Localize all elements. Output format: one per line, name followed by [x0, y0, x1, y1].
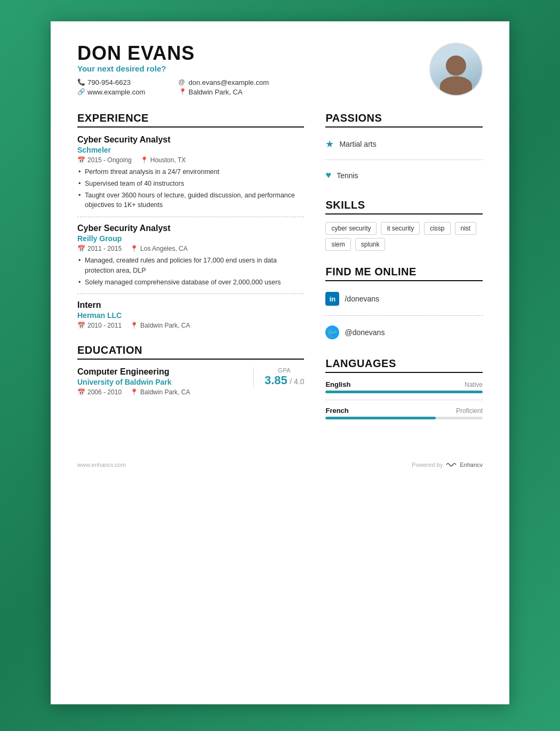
education-title: EDUCATION	[77, 344, 304, 356]
gpa-value-row: 3.85 / 4.0	[265, 374, 305, 387]
job-1: Cyber Security Analyst Schmeler 📅 2015 -…	[77, 135, 304, 210]
job-3: Intern Herman LLC 📅 2010 - 2011 📍 Baldwi…	[77, 300, 304, 329]
job-3-years: 📅 2010 - 2011	[77, 322, 122, 329]
edu-school: University of Baldwin Park	[77, 378, 190, 386]
powered-by-label: Powered by	[412, 462, 443, 468]
job-2: Cyber Security Analyst Reilly Group 📅 20…	[77, 224, 304, 287]
dashed-divider-2	[77, 293, 304, 294]
contact-phone: 📞 790-954-6623	[77, 78, 168, 86]
web-icon: 🔗	[77, 88, 85, 96]
main-content: EXPERIENCE Cyber Security Analyst Schmel…	[77, 112, 483, 434]
skill-tag: splunk	[355, 238, 386, 251]
dashed-divider-1	[77, 217, 304, 217]
skills-title: SKILLS	[325, 199, 483, 211]
enhancv-logo-icon	[445, 461, 457, 468]
location-icon: 📍	[179, 88, 186, 96]
candidate-name: DON EVANS	[77, 43, 269, 64]
pin-icon: 📍	[140, 156, 148, 164]
resume-page: DON EVANS Your next desired role? 📞 790-…	[51, 21, 509, 704]
header-left: DON EVANS Your next desired role? 📞 790-…	[77, 43, 269, 96]
experience-section: EXPERIENCE Cyber Security Analyst Schmel…	[77, 112, 304, 329]
lang-1-header: English Native	[325, 380, 483, 388]
education-divider	[77, 359, 304, 360]
languages-section: LANGUAGES English Native French Profic	[325, 357, 483, 419]
job-3-company: Herman LLC	[77, 311, 304, 320]
passion-1: ★ Martial arts	[325, 135, 483, 153]
edu-location: 📍 Baldwin Park, CA	[130, 388, 190, 396]
education-section: EDUCATION Computer Engineering Universit…	[77, 344, 304, 399]
bullet: Taught over 3600 hours of lecture, guide…	[77, 190, 304, 211]
pin-icon: 📍	[130, 322, 138, 329]
experience-title: EXPERIENCE	[77, 112, 304, 124]
passion-2: ♥ Tennis	[325, 166, 483, 184]
heart-icon: ♥	[325, 170, 331, 181]
passion-divider-1	[325, 160, 483, 160]
bullet: Solely managed comprehensive database of…	[77, 277, 304, 288]
job-2-location: 📍 Los Angeles, CA	[130, 245, 188, 252]
skill-tag: siem	[325, 238, 350, 251]
pin-icon: 📍	[130, 388, 138, 396]
find-online-title: FIND ME ONLINE	[325, 266, 483, 278]
job-1-location: 📍 Houston, TX	[140, 156, 186, 164]
skill-tag: cyber security	[325, 222, 377, 235]
edu-meta: 📅 2006 - 2010 📍 Baldwin Park, CA	[77, 388, 190, 396]
job-3-title: Intern	[77, 300, 304, 310]
passions-section: PASSIONS ★ Martial arts ♥ Tennis	[325, 112, 483, 184]
left-column: EXPERIENCE Cyber Security Analyst Schmel…	[77, 112, 304, 434]
lang-2-bar-bg	[325, 417, 483, 419]
job-1-title: Cyber Security Analyst	[77, 135, 304, 145]
job-1-years: 📅 2015 - Ongoing	[77, 156, 132, 164]
job-2-bullets: Managed, created rules and policies for …	[77, 256, 304, 287]
lang-2: French Proficient	[325, 407, 483, 419]
lang-2-level: Proficient	[456, 407, 483, 415]
job-1-company: Schmeler	[77, 146, 304, 154]
job-3-meta: 📅 2010 - 2011 📍 Baldwin Park, CA	[77, 322, 304, 329]
calendar-icon: 📅	[77, 245, 85, 252]
skill-tag: nist	[455, 222, 477, 235]
calendar-icon: 📅	[77, 322, 85, 329]
languages-divider	[325, 372, 483, 373]
gpa-label: GPA	[265, 367, 305, 374]
lang-divider	[325, 400, 483, 400]
edu-gpa: GPA 3.85 / 4.0	[253, 367, 305, 387]
twitter-icon: 🐦	[325, 325, 339, 339]
edu-item-1: Computer Engineering University of Baldw…	[77, 367, 304, 399]
job-2-years: 📅 2011 - 2015	[77, 245, 122, 252]
job-2-title: Cyber Security Analyst	[77, 224, 304, 233]
header-contacts: 📞 790-954-6623 @ don.evans@example.com 🔗…	[77, 78, 269, 96]
skills-grid: cyber security it security cissp nist si…	[325, 222, 483, 251]
skill-tag: cissp	[424, 222, 450, 235]
social-twitter: 🐦 @donevans	[325, 322, 483, 343]
twitter-handle: @donevans	[345, 328, 385, 337]
contact-website: 🔗 www.example.com	[77, 88, 168, 96]
lang-2-header: French Proficient	[325, 407, 483, 415]
contact-email: @ don.evans@example.com	[179, 78, 269, 86]
footer: www.enhancv.com Powered by Enhancv	[77, 461, 483, 468]
skill-tag: it security	[381, 222, 420, 235]
edu-left: Computer Engineering University of Baldw…	[77, 367, 190, 399]
gpa-score: 3.85	[265, 374, 287, 387]
bullet: Supervised team of 40 instructors	[77, 179, 304, 189]
lang-1: English Native	[325, 380, 483, 393]
lang-2-bar-fill	[325, 417, 435, 419]
passion-2-label: Tennis	[337, 171, 358, 180]
email-icon: @	[179, 78, 186, 86]
linkedin-icon: in	[325, 292, 339, 306]
social-linkedin: in /donevans	[325, 289, 483, 309]
lang-1-bar-fill	[325, 391, 483, 393]
social-divider	[325, 315, 483, 316]
phone-icon: 📞	[77, 78, 85, 86]
candidate-tagline: Your next desired role?	[77, 64, 269, 73]
find-online-section: FIND ME ONLINE in /donevans 🐦 @donevans	[325, 266, 483, 343]
linkedin-handle: /donevans	[345, 295, 379, 303]
experience-divider	[77, 126, 304, 128]
passion-1-label: Martial arts	[339, 140, 376, 148]
job-2-meta: 📅 2011 - 2015 📍 Los Angeles, CA	[77, 245, 304, 252]
calendar-icon: 📅	[77, 156, 85, 164]
edu-years: 📅 2006 - 2010	[77, 388, 122, 396]
footer-brand: Powered by Enhancv	[412, 461, 483, 468]
lang-2-name: French	[325, 407, 348, 415]
job-3-location: 📍 Baldwin Park, CA	[130, 322, 190, 329]
passions-title: PASSIONS	[325, 112, 483, 124]
bullet: Perform threat analysis in a 24/7 enviro…	[77, 167, 304, 177]
